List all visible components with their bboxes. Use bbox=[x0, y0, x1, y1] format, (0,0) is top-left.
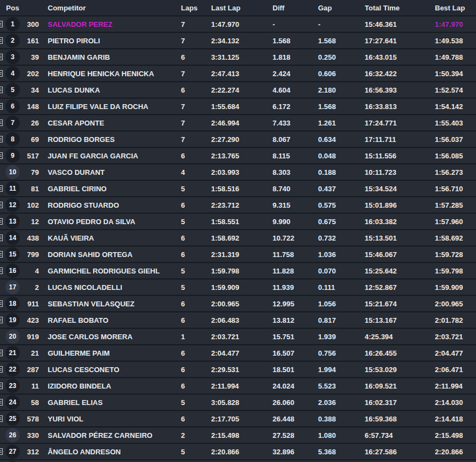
table-row[interactable]: 23 11 IZIDORO BINDELA 6 2:11.994 24.024 … bbox=[0, 378, 476, 393]
position-badge: 13 bbox=[5, 214, 20, 229]
gap-value: 0.756 bbox=[318, 349, 365, 357]
table-row[interactable]: 12 102 RODRIGO STUARDO 6 2:23.712 9.315 … bbox=[0, 197, 476, 213]
best-lap-value: 2:01.782 bbox=[435, 316, 476, 324]
table-row[interactable]: 15 799 DORIAN SAHID ORTEGA 6 2:31.319 11… bbox=[0, 247, 476, 262]
position-badge: 18 bbox=[5, 296, 20, 311]
laps-value: 6 bbox=[181, 86, 211, 94]
video-feed-icon-cell bbox=[0, 164, 4, 180]
table-row[interactable]: 13 12 OTAVIO PEDRO DA SILVA 5 1:58.551 9… bbox=[0, 214, 476, 229]
position-badge: 20 bbox=[5, 329, 20, 344]
table-row[interactable]: 27 312 ÂNGELO ANDRESON 5 2:20.866 32.896… bbox=[0, 444, 476, 459]
video-feed-icon bbox=[0, 383, 3, 389]
table-header: Pos Competitor Laps Last Lap Diff Gap To… bbox=[0, 0, 476, 15]
best-lap-value: 2:15.498 bbox=[435, 431, 476, 440]
gap-value: 1.994 bbox=[318, 366, 365, 374]
last-lap-value: 1:55.684 bbox=[211, 102, 273, 111]
video-feed-icon-cell bbox=[0, 82, 4, 98]
video-feed-icon bbox=[0, 202, 3, 208]
table-row[interactable]: 22 287 LUCAS CESCONETO 6 2:29.531 18.501… bbox=[0, 362, 476, 377]
competitor-name: JOSE CARLOS MORERA bbox=[40, 333, 181, 341]
laps-value: 6 bbox=[181, 300, 211, 308]
table-row[interactable]: 25 578 YURI VIOL 6 2:17.705 26.448 0.388… bbox=[0, 411, 476, 426]
last-lap-value: 2:04.477 bbox=[211, 349, 273, 357]
gap-value: 0.250 bbox=[318, 53, 365, 61]
position-badge: 14 bbox=[5, 231, 20, 245]
car-number: 79 bbox=[21, 168, 40, 176]
gap-value: 0.188 bbox=[318, 168, 365, 176]
table-row[interactable]: 3 39 BENJAMIN GARIB 6 3:31.125 1.818 0.2… bbox=[0, 49, 476, 65]
diff-value: 24.024 bbox=[273, 382, 318, 390]
table-row[interactable]: 9 517 JUAN FE GARCIA GARCIA 6 2:13.765 8… bbox=[0, 148, 476, 163]
position-cell: 13 bbox=[4, 214, 21, 229]
total-time-value: 16:56.393 bbox=[365, 86, 435, 94]
video-feed-icon-cell bbox=[0, 395, 4, 410]
video-feed-icon bbox=[0, 152, 3, 159]
last-lap-value: 1:58.516 bbox=[211, 185, 273, 193]
total-time-value: 16:43.015 bbox=[365, 53, 435, 61]
position-badge: 8 bbox=[5, 132, 20, 146]
video-feed-icon bbox=[0, 87, 3, 93]
video-feed-icon-cell bbox=[0, 230, 4, 246]
total-time-value: 15:11.556 bbox=[365, 152, 435, 160]
position-cell: 15 bbox=[4, 247, 21, 261]
total-time-value: 15:46.067 bbox=[365, 250, 435, 259]
laps-value: 6 bbox=[181, 382, 211, 390]
table-row[interactable]: 11 81 GABRIEL CIRINO 5 1:58.516 8.740 0.… bbox=[0, 181, 476, 196]
last-lap-value: 3:31.125 bbox=[211, 53, 273, 61]
video-feed-icon bbox=[0, 37, 3, 44]
table-row[interactable]: 5 34 LUCAS DUNKA 6 2:22.274 4.604 2.180 … bbox=[0, 82, 476, 98]
total-time-value: 15:13.167 bbox=[365, 316, 435, 324]
table-row[interactable]: 18 911 SEBASTIAN VELASQUEZ 6 2:00.965 12… bbox=[0, 296, 476, 311]
best-lap-value: 2:04.477 bbox=[435, 349, 476, 357]
gap-value: 0.634 bbox=[318, 135, 365, 144]
position-badge: 17 bbox=[5, 280, 20, 294]
car-number: 12 bbox=[21, 218, 40, 226]
car-number: 161 bbox=[21, 37, 40, 45]
diff-value: 1.568 bbox=[273, 37, 318, 45]
video-feed-icon-cell bbox=[0, 99, 4, 114]
video-feed-icon bbox=[0, 21, 3, 27]
position-cell: 17 bbox=[4, 280, 21, 294]
table-row[interactable]: 17 2 LUCAS NICOLADELLI 5 1:59.909 11.939… bbox=[0, 280, 476, 295]
table-row[interactable]: 10 79 VASCO DURANT 4 2:03.993 8.303 0.18… bbox=[0, 164, 476, 180]
last-lap-value: 2:03.993 bbox=[211, 168, 273, 176]
competitor-name: RODRIGO STUARDO bbox=[40, 201, 181, 209]
laps-value: 2 bbox=[181, 431, 211, 440]
total-time-value: 15:01.896 bbox=[365, 201, 435, 209]
gap-value: 2.180 bbox=[318, 86, 365, 94]
table-row[interactable]: 6 148 LUIZ FILIPE VALE DA ROCHA 7 1:55.6… bbox=[0, 99, 476, 114]
position-badge: 12 bbox=[5, 198, 20, 212]
table-row[interactable]: 7 26 CESAR APONTE 7 2:46.994 7.433 1.261… bbox=[0, 115, 476, 130]
gap-value: 1.080 bbox=[318, 431, 365, 440]
last-lap-value: 2:17.705 bbox=[211, 415, 273, 423]
position-cell: 12 bbox=[4, 198, 21, 212]
video-feed-icon-cell bbox=[0, 214, 4, 229]
table-row[interactable]: 8 69 RODRIGO BORGES 7 2:27.290 8.067 0.6… bbox=[0, 132, 476, 147]
position-cell: 21 bbox=[4, 346, 21, 360]
laps-value: 6 bbox=[181, 53, 211, 61]
total-time-value: 4:25.394 bbox=[365, 333, 435, 341]
table-row[interactable]: 26 330 SALVADOR PÉREZ CARNEIRO 2 2:15.49… bbox=[0, 427, 476, 443]
laps-value: 5 bbox=[181, 398, 211, 407]
table-row[interactable]: 4 202 HENRIQUE HENICKA HENICKA 7 2:47.41… bbox=[0, 66, 476, 81]
gap-value: 0.606 bbox=[318, 70, 365, 78]
table-row[interactable]: 16 4 GARMICHEL RODRIGUES GIEHL 5 1:59.79… bbox=[0, 263, 476, 278]
table-row[interactable]: 19 423 RAFAEL BOBATO 6 2:06.483 13.812 0… bbox=[0, 312, 476, 328]
last-lap-value: 1:58.692 bbox=[211, 234, 273, 242]
position-cell: 27 bbox=[4, 444, 21, 459]
table-row[interactable]: 20 919 JOSE CARLOS MORERA 1 2:03.721 15.… bbox=[0, 329, 476, 344]
video-feed-icon bbox=[0, 70, 3, 77]
best-lap-value: 1:56.085 bbox=[435, 152, 476, 160]
table-row[interactable]: 14 438 KAUÃ VIEIRA 6 1:58.692 10.722 0.7… bbox=[0, 230, 476, 246]
total-time-value: 15:21.674 bbox=[365, 300, 435, 308]
table-row[interactable]: 21 21 GUILHERME PAIM 6 2:04.477 16.507 0… bbox=[0, 345, 476, 361]
gap-value: - bbox=[318, 20, 365, 28]
position-badge: 26 bbox=[5, 428, 20, 442]
table-row[interactable]: 2 161 PIETRO PIROLI 7 2:34.132 1.568 1.5… bbox=[0, 33, 476, 48]
competitor-name: SALVADOR PÉREZ CARNEIRO bbox=[40, 431, 181, 440]
table-row[interactable]: 1 300 SALVADOR PEREZ 7 1:47.970 - - 15:4… bbox=[0, 16, 476, 32]
position-cell: 2 bbox=[4, 33, 21, 48]
table-row[interactable]: 24 58 GABRIEL ELIAS 5 3:05.828 26.060 2.… bbox=[0, 395, 476, 410]
best-lap-value: 1:55.403 bbox=[435, 119, 476, 127]
total-time-value: 16:33.813 bbox=[365, 102, 435, 111]
